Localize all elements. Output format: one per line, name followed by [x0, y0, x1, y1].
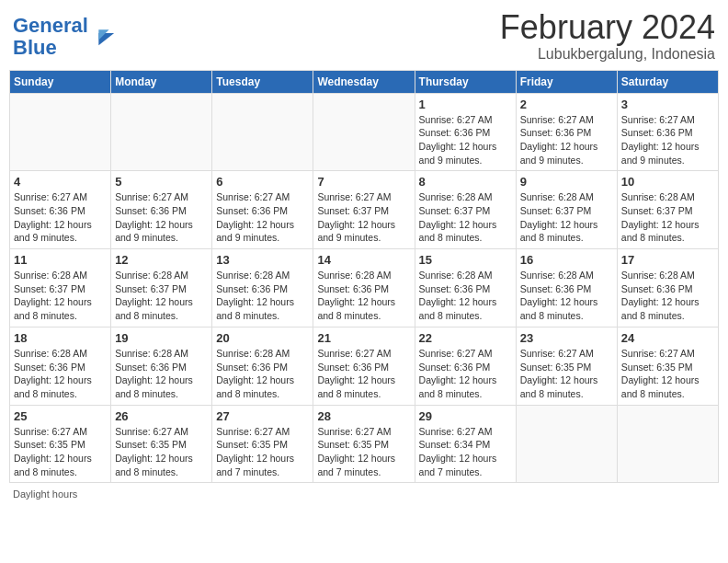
calendar-week-row: 18Sunrise: 6:28 AM Sunset: 6:36 PM Dayli…: [10, 327, 719, 405]
day-number: 19: [115, 331, 208, 345]
day-of-week-header: Saturday: [617, 70, 718, 93]
day-info: Sunrise: 6:28 AM Sunset: 6:37 PM Dayligh…: [520, 190, 613, 245]
calendar-cell: [617, 405, 718, 483]
calendar-cell: 28Sunrise: 6:27 AM Sunset: 6:35 PM Dayli…: [313, 405, 415, 483]
day-number: 26: [115, 409, 208, 423]
day-number: 16: [520, 253, 613, 267]
calendar-cell: 21Sunrise: 6:27 AM Sunset: 6:36 PM Dayli…: [313, 327, 415, 405]
calendar-week-row: 25Sunrise: 6:27 AM Sunset: 6:35 PM Dayli…: [10, 405, 719, 483]
day-of-week-header: Tuesday: [212, 70, 313, 93]
calendar-week-row: 1Sunrise: 6:27 AM Sunset: 6:36 PM Daylig…: [10, 93, 719, 171]
day-info: Sunrise: 6:27 AM Sunset: 6:35 PM Dayligh…: [520, 347, 613, 401]
day-number: 7: [317, 175, 410, 189]
day-info: Sunrise: 6:27 AM Sunset: 6:34 PM Dayligh…: [419, 425, 512, 479]
calendar-cell: 29Sunrise: 6:27 AM Sunset: 6:34 PM Dayli…: [415, 405, 516, 483]
calendar-cell: [212, 93, 313, 171]
day-info: Sunrise: 6:27 AM Sunset: 6:36 PM Dayligh…: [216, 190, 309, 245]
day-info: Sunrise: 6:28 AM Sunset: 6:36 PM Dayligh…: [520, 269, 613, 323]
day-number: 14: [317, 253, 410, 267]
day-number: 20: [216, 331, 309, 345]
calendar-cell: 13Sunrise: 6:28 AM Sunset: 6:36 PM Dayli…: [212, 249, 313, 327]
day-of-week-header: Wednesday: [313, 70, 415, 93]
day-info: Sunrise: 6:27 AM Sunset: 6:36 PM Dayligh…: [520, 113, 613, 167]
calendar-table: SundayMondayTuesdayWednesdayThursdayFrid…: [9, 70, 719, 484]
calendar-cell: 14Sunrise: 6:28 AM Sunset: 6:36 PM Dayli…: [313, 249, 415, 327]
calendar-cell: 27Sunrise: 6:27 AM Sunset: 6:35 PM Dayli…: [212, 405, 313, 483]
calendar-cell: 9Sunrise: 6:28 AM Sunset: 6:37 PM Daylig…: [516, 171, 617, 249]
day-info: Sunrise: 6:27 AM Sunset: 6:35 PM Dayligh…: [14, 425, 107, 479]
calendar-cell: 8Sunrise: 6:28 AM Sunset: 6:37 PM Daylig…: [415, 171, 516, 249]
day-of-week-header: Monday: [111, 70, 212, 93]
day-number: 10: [621, 175, 714, 189]
logo-icon: [90, 21, 116, 47]
location-subtitle: Lubukbergalung, Indonesia: [500, 46, 715, 63]
logo-text: General Blue: [13, 15, 88, 59]
day-number: 2: [520, 98, 613, 111]
day-info: Sunrise: 6:27 AM Sunset: 6:35 PM Dayligh…: [216, 425, 309, 479]
day-number: 22: [419, 331, 512, 345]
title-block: February 2024 Lubukbergalung, Indonesia: [500, 9, 715, 63]
day-number: 28: [317, 409, 410, 423]
day-info: Sunrise: 6:28 AM Sunset: 6:37 PM Dayligh…: [115, 269, 208, 323]
calendar-cell: 20Sunrise: 6:28 AM Sunset: 6:36 PM Dayli…: [212, 327, 313, 405]
day-number: 13: [216, 253, 309, 267]
calendar-cell: 2Sunrise: 6:27 AM Sunset: 6:36 PM Daylig…: [516, 93, 617, 171]
day-info: Sunrise: 6:27 AM Sunset: 6:36 PM Dayligh…: [419, 347, 512, 401]
calendar-cell: 7Sunrise: 6:27 AM Sunset: 6:37 PM Daylig…: [313, 171, 415, 249]
month-title: February 2024: [500, 9, 715, 46]
day-info: Sunrise: 6:28 AM Sunset: 6:37 PM Dayligh…: [14, 269, 107, 323]
day-number: 3: [621, 98, 714, 111]
day-info: Sunrise: 6:27 AM Sunset: 6:37 PM Dayligh…: [317, 190, 410, 245]
day-info: Sunrise: 6:27 AM Sunset: 6:36 PM Dayligh…: [115, 190, 208, 245]
day-number: 23: [520, 331, 613, 345]
calendar-cell: 26Sunrise: 6:27 AM Sunset: 6:35 PM Dayli…: [111, 405, 212, 483]
calendar-cell: [111, 93, 212, 171]
day-info: Sunrise: 6:28 AM Sunset: 6:36 PM Dayligh…: [14, 347, 107, 401]
calendar-header-row: SundayMondayTuesdayWednesdayThursdayFrid…: [10, 70, 719, 93]
calendar-cell: 11Sunrise: 6:28 AM Sunset: 6:37 PM Dayli…: [10, 249, 111, 327]
calendar-cell: 5Sunrise: 6:27 AM Sunset: 6:36 PM Daylig…: [111, 171, 212, 249]
day-info: Sunrise: 6:27 AM Sunset: 6:36 PM Dayligh…: [419, 113, 512, 167]
day-number: 18: [14, 331, 107, 345]
day-info: Sunrise: 6:27 AM Sunset: 6:36 PM Dayligh…: [317, 347, 410, 401]
calendar-cell: 1Sunrise: 6:27 AM Sunset: 6:36 PM Daylig…: [415, 93, 516, 171]
calendar-cell: 24Sunrise: 6:27 AM Sunset: 6:35 PM Dayli…: [617, 327, 718, 405]
calendar-week-row: 11Sunrise: 6:28 AM Sunset: 6:37 PM Dayli…: [10, 249, 719, 327]
calendar-cell: 23Sunrise: 6:27 AM Sunset: 6:35 PM Dayli…: [516, 327, 617, 405]
calendar-cell: [10, 93, 111, 171]
calendar-cell: 25Sunrise: 6:27 AM Sunset: 6:35 PM Dayli…: [10, 405, 111, 483]
day-number: 12: [115, 253, 208, 267]
calendar-cell: 17Sunrise: 6:28 AM Sunset: 6:36 PM Dayli…: [617, 249, 718, 327]
day-number: 17: [621, 253, 714, 267]
footer-note: Daylight hours: [9, 488, 719, 500]
day-number: 29: [419, 409, 512, 423]
calendar-cell: 18Sunrise: 6:28 AM Sunset: 6:36 PM Dayli…: [10, 327, 111, 405]
day-number: 21: [317, 331, 410, 345]
day-number: 27: [216, 409, 309, 423]
day-number: 4: [14, 175, 107, 189]
page-header: General Blue February 2024 Lubukbergalun…: [9, 9, 719, 63]
calendar-cell: 22Sunrise: 6:27 AM Sunset: 6:36 PM Dayli…: [415, 327, 516, 405]
day-info: Sunrise: 6:27 AM Sunset: 6:36 PM Dayligh…: [621, 113, 714, 167]
day-info: Sunrise: 6:28 AM Sunset: 6:37 PM Dayligh…: [621, 190, 714, 245]
calendar-cell: 12Sunrise: 6:28 AM Sunset: 6:37 PM Dayli…: [111, 249, 212, 327]
day-info: Sunrise: 6:28 AM Sunset: 6:37 PM Dayligh…: [419, 190, 512, 245]
day-info: Sunrise: 6:27 AM Sunset: 6:35 PM Dayligh…: [317, 425, 410, 479]
calendar-cell: [313, 93, 415, 171]
calendar-cell: 6Sunrise: 6:27 AM Sunset: 6:36 PM Daylig…: [212, 171, 313, 249]
day-number: 9: [520, 175, 613, 189]
calendar-cell: 3Sunrise: 6:27 AM Sunset: 6:36 PM Daylig…: [617, 93, 718, 171]
day-number: 11: [14, 253, 107, 267]
day-info: Sunrise: 6:28 AM Sunset: 6:36 PM Dayligh…: [621, 269, 714, 323]
day-info: Sunrise: 6:27 AM Sunset: 6:36 PM Dayligh…: [14, 190, 107, 245]
day-info: Sunrise: 6:28 AM Sunset: 6:36 PM Dayligh…: [419, 269, 512, 323]
day-of-week-header: Sunday: [10, 70, 111, 93]
calendar-week-row: 4Sunrise: 6:27 AM Sunset: 6:36 PM Daylig…: [10, 171, 719, 249]
day-info: Sunrise: 6:27 AM Sunset: 6:35 PM Dayligh…: [115, 425, 208, 479]
calendar-cell: 4Sunrise: 6:27 AM Sunset: 6:36 PM Daylig…: [10, 171, 111, 249]
calendar-cell: 19Sunrise: 6:28 AM Sunset: 6:36 PM Dayli…: [111, 327, 212, 405]
day-of-week-header: Thursday: [415, 70, 516, 93]
day-number: 1: [419, 98, 512, 111]
day-info: Sunrise: 6:28 AM Sunset: 6:36 PM Dayligh…: [216, 347, 309, 401]
day-info: Sunrise: 6:28 AM Sunset: 6:36 PM Dayligh…: [317, 269, 410, 323]
